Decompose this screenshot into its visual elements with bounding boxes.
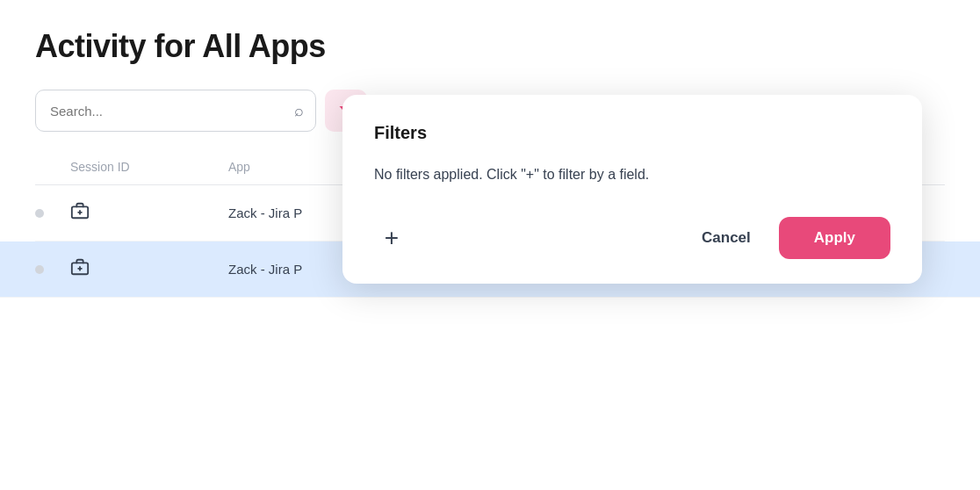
modal-title: Filters <box>374 123 890 143</box>
no-filters-message: No filters applied. Click "+" to filter … <box>374 164 890 185</box>
search-wrapper: ⌕ <box>35 90 316 132</box>
session-icon <box>70 206 90 224</box>
modal-footer: + Cancel Apply <box>374 217 890 259</box>
page-title: Activity for All Apps <box>35 28 945 65</box>
modal-actions: Cancel Apply <box>688 217 890 259</box>
status-dot <box>35 209 44 218</box>
app-name: Zack - Jira P <box>228 262 302 277</box>
cancel-button[interactable]: Cancel <box>688 220 765 256</box>
column-header-session: Session ID <box>70 160 228 174</box>
session-icon <box>70 263 90 280</box>
app-name: Zack - Jira P <box>228 205 302 220</box>
search-input[interactable] <box>35 90 316 132</box>
apply-button[interactable]: Apply <box>779 217 890 259</box>
filter-modal: Filters No filters applied. Click "+" to… <box>342 95 922 284</box>
add-filter-button[interactable]: + <box>374 220 409 256</box>
status-dot <box>35 265 44 274</box>
